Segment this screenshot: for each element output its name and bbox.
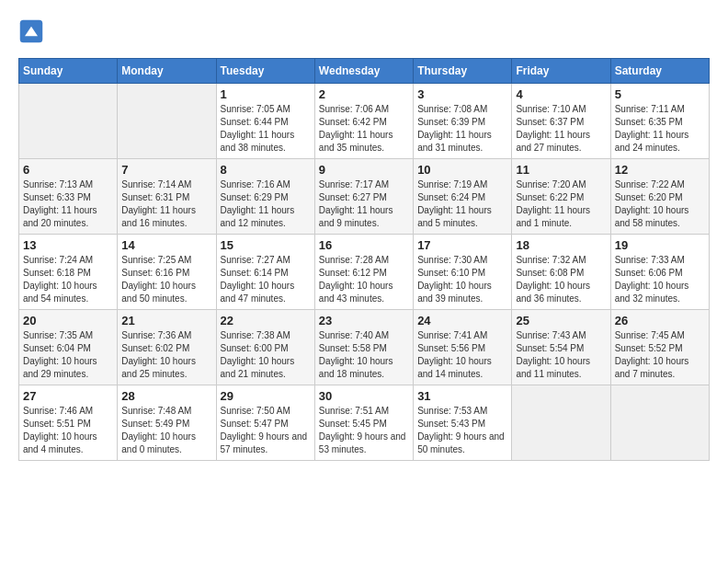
day-info: Sunrise: 7:41 AM Sunset: 5:56 PM Dayligh… xyxy=(417,329,507,381)
day-info: Sunrise: 7:35 AM Sunset: 6:04 PM Dayligh… xyxy=(23,329,113,381)
page-header xyxy=(18,18,710,44)
calendar-day-cell: 22 Sunrise: 7:38 AM Sunset: 6:00 PM Dayl… xyxy=(216,310,314,385)
calendar-day-cell: 6 Sunrise: 7:13 AM Sunset: 6:33 PM Dayli… xyxy=(19,159,118,235)
day-info: Sunrise: 7:33 AM Sunset: 6:06 PM Dayligh… xyxy=(615,254,705,305)
weekday-header: Friday xyxy=(512,59,610,84)
calendar-day-cell: 20 Sunrise: 7:35 AM Sunset: 6:04 PM Dayl… xyxy=(19,310,118,385)
day-number: 5 xyxy=(615,87,705,101)
calendar-week-row: 1 Sunrise: 7:05 AM Sunset: 6:44 PM Dayli… xyxy=(19,84,710,159)
day-number: 31 xyxy=(417,389,507,403)
day-number: 11 xyxy=(516,163,606,177)
day-info: Sunrise: 7:45 AM Sunset: 5:52 PM Dayligh… xyxy=(615,329,705,381)
weekday-header: Monday xyxy=(118,59,216,84)
day-number: 16 xyxy=(319,238,409,252)
day-info: Sunrise: 7:40 AM Sunset: 5:58 PM Dayligh… xyxy=(319,329,409,381)
weekday-header: Saturday xyxy=(610,59,709,84)
calendar-day-cell: 1 Sunrise: 7:05 AM Sunset: 6:44 PM Dayli… xyxy=(216,84,314,159)
day-info: Sunrise: 7:51 AM Sunset: 5:45 PM Dayligh… xyxy=(319,405,409,456)
day-info: Sunrise: 7:27 AM Sunset: 6:14 PM Dayligh… xyxy=(221,254,311,305)
logo xyxy=(18,18,48,44)
day-number: 6 xyxy=(23,163,113,177)
day-number: 18 xyxy=(516,238,606,252)
calendar-week-row: 27 Sunrise: 7:46 AM Sunset: 5:51 PM Dayl… xyxy=(19,385,710,461)
day-info: Sunrise: 7:43 AM Sunset: 5:54 PM Dayligh… xyxy=(516,329,606,381)
day-info: Sunrise: 7:17 AM Sunset: 6:27 PM Dayligh… xyxy=(319,178,409,230)
day-number: 23 xyxy=(319,314,409,327)
calendar-day-cell: 12 Sunrise: 7:22 AM Sunset: 6:20 PM Dayl… xyxy=(610,159,709,235)
day-info: Sunrise: 7:05 AM Sunset: 6:44 PM Dayligh… xyxy=(221,103,311,155)
day-number: 7 xyxy=(121,163,211,177)
calendar-day-cell: 31 Sunrise: 7:53 AM Sunset: 5:43 PM Dayl… xyxy=(414,385,512,461)
day-number: 22 xyxy=(221,314,311,327)
calendar-day-cell: 15 Sunrise: 7:27 AM Sunset: 6:14 PM Dayl… xyxy=(216,235,314,310)
day-info: Sunrise: 7:13 AM Sunset: 6:33 PM Dayligh… xyxy=(23,178,113,230)
weekday-header-row: SundayMondayTuesdayWednesdayThursdayFrid… xyxy=(19,59,710,84)
day-number: 20 xyxy=(23,314,113,327)
calendar-day-cell xyxy=(610,385,709,461)
day-number: 26 xyxy=(615,314,705,327)
calendar-day-cell: 30 Sunrise: 7:51 AM Sunset: 5:45 PM Dayl… xyxy=(314,385,413,461)
calendar-day-cell: 8 Sunrise: 7:16 AM Sunset: 6:29 PM Dayli… xyxy=(216,159,314,235)
calendar-day-cell: 7 Sunrise: 7:14 AM Sunset: 6:31 PM Dayli… xyxy=(118,159,216,235)
day-number: 27 xyxy=(23,389,113,403)
day-info: Sunrise: 7:30 AM Sunset: 6:10 PM Dayligh… xyxy=(417,254,507,305)
calendar-day-cell: 14 Sunrise: 7:25 AM Sunset: 6:16 PM Dayl… xyxy=(118,235,216,310)
day-number: 25 xyxy=(516,314,606,327)
day-info: Sunrise: 7:28 AM Sunset: 6:12 PM Dayligh… xyxy=(319,254,409,305)
day-info: Sunrise: 7:50 AM Sunset: 5:47 PM Dayligh… xyxy=(221,405,311,456)
calendar-day-cell: 11 Sunrise: 7:20 AM Sunset: 6:22 PM Dayl… xyxy=(512,159,610,235)
day-number: 8 xyxy=(221,163,311,177)
day-info: Sunrise: 7:24 AM Sunset: 6:18 PM Dayligh… xyxy=(23,254,113,305)
day-number: 21 xyxy=(121,314,211,327)
weekday-header: Thursday xyxy=(414,59,512,84)
calendar-week-row: 13 Sunrise: 7:24 AM Sunset: 6:18 PM Dayl… xyxy=(19,235,710,310)
calendar-day-cell: 3 Sunrise: 7:08 AM Sunset: 6:39 PM Dayli… xyxy=(414,84,512,159)
calendar-day-cell: 24 Sunrise: 7:41 AM Sunset: 5:56 PM Dayl… xyxy=(414,310,512,385)
day-number: 14 xyxy=(121,238,211,252)
day-info: Sunrise: 7:16 AM Sunset: 6:29 PM Dayligh… xyxy=(221,178,311,230)
day-number: 1 xyxy=(221,87,311,101)
calendar-day-cell: 23 Sunrise: 7:40 AM Sunset: 5:58 PM Dayl… xyxy=(314,310,413,385)
calendar-day-cell: 13 Sunrise: 7:24 AM Sunset: 6:18 PM Dayl… xyxy=(19,235,118,310)
day-info: Sunrise: 7:32 AM Sunset: 6:08 PM Dayligh… xyxy=(516,254,606,305)
day-info: Sunrise: 7:46 AM Sunset: 5:51 PM Dayligh… xyxy=(23,405,113,456)
calendar-day-cell: 28 Sunrise: 7:48 AM Sunset: 5:49 PM Dayl… xyxy=(118,385,216,461)
day-info: Sunrise: 7:06 AM Sunset: 6:42 PM Dayligh… xyxy=(319,103,409,155)
day-info: Sunrise: 7:19 AM Sunset: 6:24 PM Dayligh… xyxy=(417,178,507,230)
day-info: Sunrise: 7:14 AM Sunset: 6:31 PM Dayligh… xyxy=(121,178,211,230)
day-number: 15 xyxy=(221,238,311,252)
day-info: Sunrise: 7:36 AM Sunset: 6:02 PM Dayligh… xyxy=(121,329,211,381)
day-info: Sunrise: 7:08 AM Sunset: 6:39 PM Dayligh… xyxy=(417,103,507,155)
day-number: 3 xyxy=(417,87,507,101)
day-number: 24 xyxy=(417,314,507,327)
calendar-table: SundayMondayTuesdayWednesdayThursdayFrid… xyxy=(18,58,710,461)
calendar-day-cell: 4 Sunrise: 7:10 AM Sunset: 6:37 PM Dayli… xyxy=(512,84,610,159)
calendar-day-cell: 16 Sunrise: 7:28 AM Sunset: 6:12 PM Dayl… xyxy=(314,235,413,310)
day-number: 30 xyxy=(319,389,409,403)
day-info: Sunrise: 7:20 AM Sunset: 6:22 PM Dayligh… xyxy=(516,178,606,230)
calendar-day-cell: 29 Sunrise: 7:50 AM Sunset: 5:47 PM Dayl… xyxy=(216,385,314,461)
calendar-day-cell: 25 Sunrise: 7:43 AM Sunset: 5:54 PM Dayl… xyxy=(512,310,610,385)
calendar-day-cell: 19 Sunrise: 7:33 AM Sunset: 6:06 PM Dayl… xyxy=(610,235,709,310)
day-number: 9 xyxy=(319,163,409,177)
calendar-day-cell xyxy=(118,84,216,159)
weekday-header: Wednesday xyxy=(314,59,413,84)
calendar-day-cell: 18 Sunrise: 7:32 AM Sunset: 6:08 PM Dayl… xyxy=(512,235,610,310)
day-number: 2 xyxy=(319,87,409,101)
day-info: Sunrise: 7:10 AM Sunset: 6:37 PM Dayligh… xyxy=(516,103,606,155)
calendar-day-cell xyxy=(19,84,118,159)
day-number: 17 xyxy=(417,238,507,252)
weekday-header: Sunday xyxy=(19,59,118,84)
day-number: 10 xyxy=(417,163,507,177)
calendar-week-row: 20 Sunrise: 7:35 AM Sunset: 6:04 PM Dayl… xyxy=(19,310,710,385)
calendar-day-cell: 21 Sunrise: 7:36 AM Sunset: 6:02 PM Dayl… xyxy=(118,310,216,385)
day-info: Sunrise: 7:38 AM Sunset: 6:00 PM Dayligh… xyxy=(221,329,311,381)
day-number: 13 xyxy=(23,238,113,252)
calendar-day-cell xyxy=(512,385,610,461)
day-number: 19 xyxy=(615,238,705,252)
day-info: Sunrise: 7:25 AM Sunset: 6:16 PM Dayligh… xyxy=(121,254,211,305)
calendar-day-cell: 17 Sunrise: 7:30 AM Sunset: 6:10 PM Dayl… xyxy=(414,235,512,310)
day-info: Sunrise: 7:11 AM Sunset: 6:35 PM Dayligh… xyxy=(615,103,705,155)
day-info: Sunrise: 7:22 AM Sunset: 6:20 PM Dayligh… xyxy=(615,178,705,230)
calendar-day-cell: 5 Sunrise: 7:11 AM Sunset: 6:35 PM Dayli… xyxy=(610,84,709,159)
